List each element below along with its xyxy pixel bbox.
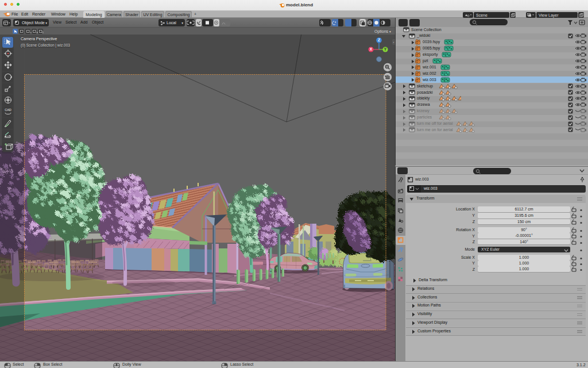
svg-text:Z: Z bbox=[378, 38, 380, 42]
svg-text:CAD: CAD bbox=[5, 108, 11, 112]
svg-text:X: X bbox=[370, 47, 373, 51]
svg-text:Y: Y bbox=[384, 47, 387, 51]
